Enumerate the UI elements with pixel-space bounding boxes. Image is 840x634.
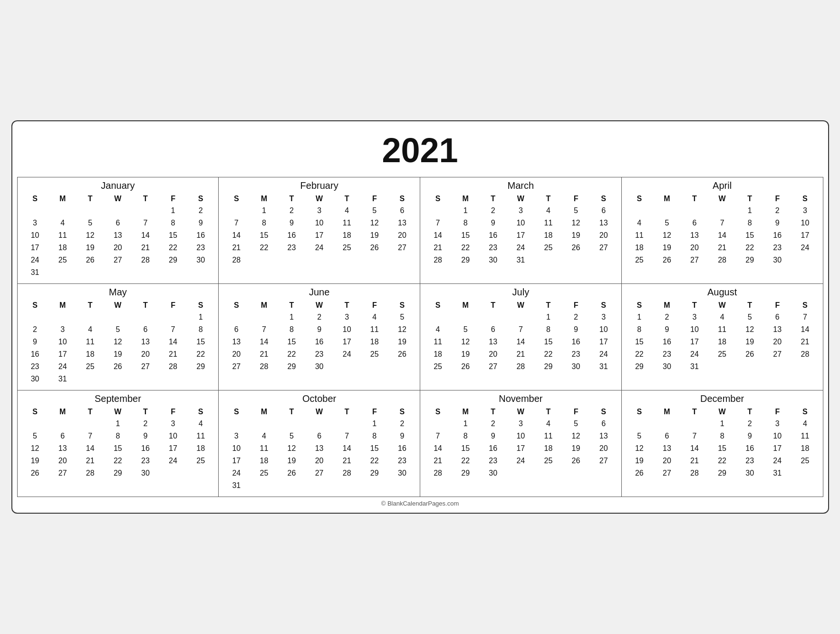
day-cell: 2 — [562, 311, 589, 323]
day-cell: 23 — [278, 242, 305, 254]
day-cell: 18 — [49, 242, 77, 254]
day-cell: 30 — [132, 467, 159, 479]
day-header: T — [132, 406, 159, 418]
day-cell: 9 — [763, 217, 791, 229]
day-header: S — [388, 406, 416, 418]
day-cell: 28 — [681, 467, 708, 479]
calendar-container: 2021 JanuarySMTWTFS123456789101112131415… — [11, 120, 829, 514]
day-cell: 9 — [562, 323, 589, 336]
month-table: SMTWTFS123456789101112131415161718192021… — [626, 300, 819, 373]
day-cell: 8 — [708, 430, 736, 442]
day-cell: 25 — [361, 348, 388, 361]
day-header: S — [590, 406, 618, 418]
week-row: 21222324252627 — [424, 455, 618, 467]
week-row: 31 — [222, 479, 416, 492]
day-cell: 31 — [507, 254, 534, 266]
week-row: 14151617181920 — [424, 442, 618, 455]
week-row: 17181920212223 — [222, 455, 416, 467]
week-row: 12 — [21, 205, 215, 217]
day-cell — [626, 418, 653, 430]
day-cell: 9 — [21, 336, 49, 348]
day-cell: 1 — [452, 418, 479, 430]
month-name: November — [424, 393, 618, 404]
day-cell: 11 — [333, 217, 361, 229]
week-row: 17181920212223 — [21, 242, 215, 254]
day-cell — [708, 205, 736, 217]
day-cell — [333, 479, 361, 492]
day-cell: 10 — [222, 442, 250, 455]
day-cell — [424, 418, 452, 430]
day-cell: 13 — [104, 229, 132, 242]
day-cell: 7 — [333, 430, 361, 442]
week-row: 28293031 — [424, 254, 618, 266]
day-cell: 9 — [187, 217, 214, 229]
day-cell: 9 — [388, 430, 416, 442]
day-cell: 10 — [763, 430, 791, 442]
day-cell: 21 — [791, 336, 819, 348]
week-row: 45678910 — [424, 323, 618, 336]
day-cell: 28 — [132, 254, 159, 266]
day-cell: 18 — [424, 348, 452, 361]
day-cell: 18 — [333, 229, 361, 242]
day-cell: 29 — [104, 467, 132, 479]
day-cell: 28 — [507, 361, 534, 373]
day-header: W — [306, 193, 333, 205]
day-cell: 17 — [590, 336, 618, 348]
day-cell: 22 — [278, 348, 305, 361]
day-cell: 14 — [424, 229, 452, 242]
day-cell — [681, 418, 708, 430]
week-row: 123456 — [424, 418, 618, 430]
day-cell: 12 — [278, 442, 305, 455]
day-cell: 2 — [306, 311, 333, 323]
day-cell — [159, 311, 187, 323]
day-header: W — [306, 300, 333, 311]
day-cell: 26 — [361, 242, 388, 254]
day-cell: 23 — [479, 455, 507, 467]
day-cell: 27 — [590, 242, 618, 254]
day-cell: 20 — [590, 229, 618, 242]
day-cell: 17 — [681, 336, 708, 348]
week-row: 1234567 — [626, 311, 819, 323]
day-cell: 10 — [507, 430, 534, 442]
day-header: T — [736, 300, 763, 311]
day-cell: 1 — [736, 205, 763, 217]
day-cell — [590, 467, 618, 479]
day-header: M — [49, 300, 77, 311]
day-cell: 15 — [361, 442, 388, 455]
day-header: T — [278, 406, 305, 418]
day-cell: 1 — [187, 311, 214, 323]
week-row: 31 — [21, 266, 215, 279]
day-cell: 16 — [562, 336, 589, 348]
day-cell: 23 — [763, 242, 791, 254]
day-cell: 11 — [626, 229, 653, 242]
day-header: F — [159, 406, 187, 418]
day-cell: 8 — [626, 323, 653, 336]
day-cell: 22 — [626, 348, 653, 361]
day-cell — [159, 266, 187, 279]
day-cell: 15 — [187, 336, 214, 348]
day-cell: 13 — [49, 442, 77, 455]
day-cell: 2 — [479, 418, 507, 430]
day-header: M — [452, 193, 479, 205]
day-cell — [49, 418, 77, 430]
day-header: M — [250, 406, 278, 418]
day-header: T — [736, 406, 763, 418]
day-cell: 30 — [479, 467, 507, 479]
day-cell: 16 — [388, 442, 416, 455]
day-cell — [77, 266, 104, 279]
month-cell-november: NovemberSMTWTFS1234567891011121314151617… — [420, 390, 622, 497]
day-header: W — [104, 193, 132, 205]
day-cell: 9 — [306, 323, 333, 336]
day-cell: 19 — [77, 242, 104, 254]
week-row: 16171819202122 — [21, 348, 215, 361]
day-cell: 24 — [222, 467, 250, 479]
day-cell: 4 — [187, 418, 214, 430]
day-cell — [507, 467, 534, 479]
week-row: 18192021222324 — [424, 348, 618, 361]
day-cell: 8 — [104, 430, 132, 442]
week-row: 262728293031 — [626, 467, 819, 479]
day-header: F — [562, 193, 589, 205]
day-cell — [388, 254, 416, 266]
day-cell — [681, 205, 708, 217]
day-cell: 22 — [159, 242, 187, 254]
